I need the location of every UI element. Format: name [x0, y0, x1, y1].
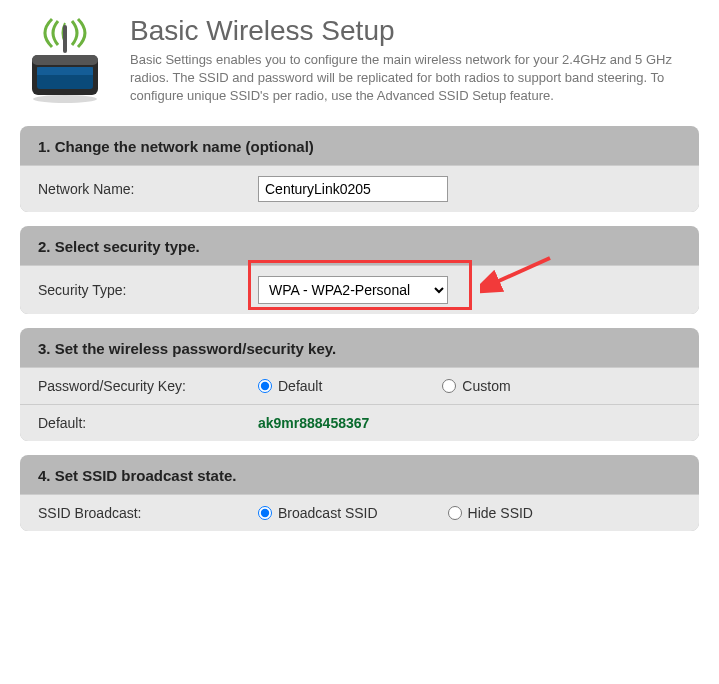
svg-rect-2 [32, 55, 98, 65]
router-icon [20, 15, 110, 105]
security-type-select[interactable]: WPA - WPA2-Personal [258, 276, 448, 304]
password-custom-radio[interactable] [442, 379, 456, 393]
page-title: Basic Wireless Setup [130, 15, 699, 47]
section-security-type: 2. Select security type. Security Type: … [20, 226, 699, 314]
ssid-broadcast-label: SSID Broadcast: [38, 505, 258, 521]
network-name-input[interactable] [258, 176, 448, 202]
default-password-value: ak9mr888458367 [258, 415, 369, 431]
radio-label: Broadcast SSID [278, 505, 378, 521]
hide-ssid-radio[interactable] [448, 506, 462, 520]
security-type-label: Security Type: [38, 282, 258, 298]
section-ssid-broadcast: 4. Set SSID broadcast state. SSID Broadc… [20, 455, 699, 531]
hide-ssid-option[interactable]: Hide SSID [448, 505, 533, 521]
broadcast-ssid-option[interactable]: Broadcast SSID [258, 505, 378, 521]
svg-point-5 [33, 95, 97, 103]
page-description: Basic Settings enables you to configure … [130, 51, 699, 106]
section-title: 4. Set SSID broadcast state. [20, 467, 699, 494]
radio-label: Default [278, 378, 322, 394]
section-title: 2. Select security type. [20, 238, 699, 265]
default-password-label: Default: [38, 415, 258, 431]
section-title: 1. Change the network name (optional) [20, 138, 699, 165]
password-default-option[interactable]: Default [258, 378, 322, 394]
radio-label: Custom [462, 378, 510, 394]
password-key-label: Password/Security Key: [38, 378, 258, 394]
radio-label: Hide SSID [468, 505, 533, 521]
section-network-name: 1. Change the network name (optional) Ne… [20, 126, 699, 212]
password-default-radio[interactable] [258, 379, 272, 393]
svg-rect-4 [37, 67, 93, 75]
svg-rect-0 [63, 25, 67, 53]
section-title: 3. Set the wireless password/security ke… [20, 340, 699, 367]
broadcast-ssid-radio[interactable] [258, 506, 272, 520]
network-name-label: Network Name: [38, 181, 258, 197]
page-header: Basic Wireless Setup Basic Settings enab… [20, 15, 699, 106]
section-password: 3. Set the wireless password/security ke… [20, 328, 699, 441]
password-custom-option[interactable]: Custom [442, 378, 510, 394]
